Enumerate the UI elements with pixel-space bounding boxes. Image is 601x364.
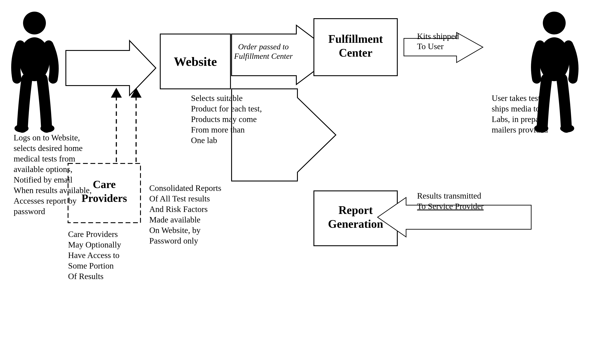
report-label-1: Report	[339, 204, 373, 216]
svg-point-7	[560, 124, 574, 132]
report-label-2: Generation	[328, 218, 383, 230]
arrow-consolidated-to-website	[231, 89, 336, 181]
svg-text:Fulfillment Center: Fulfillment Center	[234, 52, 293, 60]
svg-marker-15	[111, 88, 122, 98]
svg-point-0	[23, 12, 46, 34]
fulfillment-label-2: Center	[339, 47, 372, 59]
dashed-arrows-care-providers	[111, 88, 141, 162]
svg-point-4	[543, 12, 566, 34]
svg-text:Order passed to: Order passed to	[238, 42, 289, 51]
person-right-silhouette	[534, 12, 574, 132]
svg-marker-8	[66, 40, 156, 95]
results-transmitted-label: Results transmitted To Service Provider	[417, 191, 484, 211]
fulfillment-label-1: Fulfillment	[328, 33, 383, 45]
person-left-silhouette	[14, 12, 54, 132]
care-providers-label-1: Care	[93, 178, 116, 190]
svg-marker-13	[231, 89, 336, 181]
website-label: Website	[174, 54, 217, 69]
consolidated-reports-label: Consolidated Reports Of All Test results…	[149, 183, 223, 245]
svg-point-2	[14, 124, 29, 132]
diagram-container: Website Order passed to Fulfillment Cent…	[0, 0, 601, 364]
care-providers-desc: Care Providers May Optionally Have Acces…	[68, 229, 123, 281]
main-svg: Website Order passed to Fulfillment Cent…	[0, 0, 601, 364]
svg-point-3	[40, 124, 54, 132]
arrow-person-to-website	[66, 40, 156, 95]
